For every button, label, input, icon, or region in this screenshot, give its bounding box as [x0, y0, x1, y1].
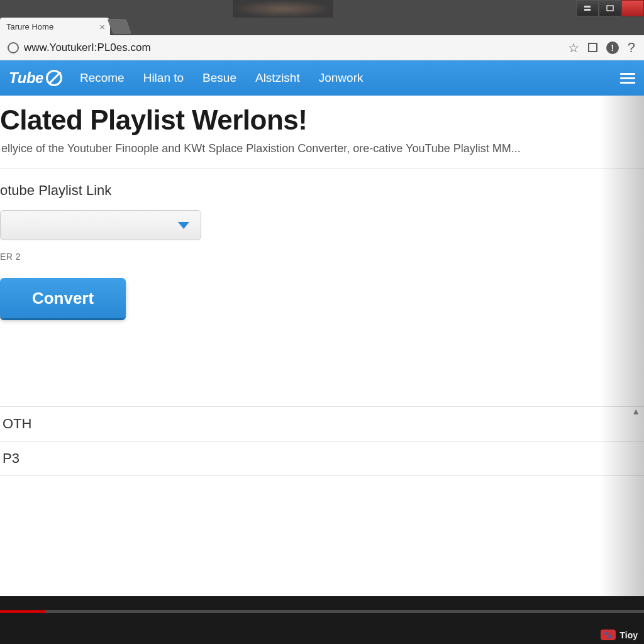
- video-progress-track[interactable]: [0, 610, 644, 613]
- page-title: Clated Playlist Werlons!: [0, 96, 644, 140]
- new-tab-button[interactable]: [108, 19, 132, 34]
- nav-link-alstzisht[interactable]: Alstzisht: [255, 71, 300, 85]
- convert-button[interactable]: Convert: [0, 278, 126, 318]
- site-logo[interactable]: Tube: [9, 69, 62, 87]
- star-bookmark-icon[interactable]: ☆: [568, 40, 579, 55]
- svg-rect-0: [584, 6, 591, 8]
- nav-links: Recome Hilan to Besue Alstzisht Jonwork: [80, 71, 364, 85]
- tray-app-badge[interactable]: 🐾: [601, 630, 616, 640]
- hamburger-menu-icon[interactable]: [620, 73, 635, 84]
- minimize-window-button[interactable]: [576, 0, 599, 16]
- tray-label: Tioy: [619, 630, 638, 640]
- nav-link-besue[interactable]: Besue: [203, 71, 236, 85]
- extension-square-icon[interactable]: [588, 43, 597, 52]
- system-tray: 🐾 Tioy: [601, 630, 638, 640]
- address-bar-actions: ☆ ! ?: [568, 40, 639, 56]
- close-window-button[interactable]: [621, 0, 644, 16]
- svg-rect-2: [607, 6, 613, 11]
- list-item[interactable]: OTH: [0, 406, 644, 441]
- list-item[interactable]: P3: [0, 441, 644, 476]
- help-icon[interactable]: ?: [628, 40, 635, 56]
- youtube-player-bar: 🐾 Tioy: [0, 596, 644, 644]
- chevron-down-icon: [178, 222, 189, 229]
- format-list: OTH P3: [0, 406, 644, 476]
- divider: [0, 168, 644, 169]
- logo-text: Tube: [9, 69, 43, 87]
- logo-slash-circle-icon: [46, 70, 62, 86]
- site-top-nav: Tube Recome Hilan to Besue Alstzisht Jon…: [0, 60, 644, 96]
- svg-rect-1: [584, 9, 591, 11]
- tab-title: Tarure Home: [6, 22, 96, 31]
- window-controls: [576, 0, 644, 18]
- address-bar: ☆ ! ?: [0, 35, 644, 60]
- maximize-window-button[interactable]: [599, 0, 621, 16]
- account-icon[interactable]: !: [606, 42, 619, 54]
- video-progress-fill: [0, 610, 45, 613]
- background-video-face: [233, 0, 333, 18]
- secondary-label: ER 2: [0, 250, 644, 278]
- close-tab-icon[interactable]: ×: [99, 21, 105, 32]
- page-content: Clated Playlist Werlons! ellyice of the …: [0, 96, 644, 596]
- playlist-link-dropdown[interactable]: [0, 210, 201, 240]
- page-subtitle: ellyice of the Youtuber Finoople and KWt…: [0, 140, 644, 165]
- nav-link-recome[interactable]: Recome: [80, 71, 125, 85]
- nav-link-hilanto[interactable]: Hilan to: [143, 71, 184, 85]
- browser-tab-active[interactable]: Tarure Home ×: [0, 18, 110, 35]
- url-input[interactable]: [24, 39, 563, 57]
- nav-link-jonwork[interactable]: Jonwork: [319, 71, 364, 85]
- scroll-up-arrow-icon[interactable]: ▲: [631, 406, 640, 416]
- paw-icon: 🐾: [604, 631, 613, 639]
- site-info-icon[interactable]: [8, 42, 19, 53]
- playlist-link-label: otube Playlist Link: [0, 180, 644, 210]
